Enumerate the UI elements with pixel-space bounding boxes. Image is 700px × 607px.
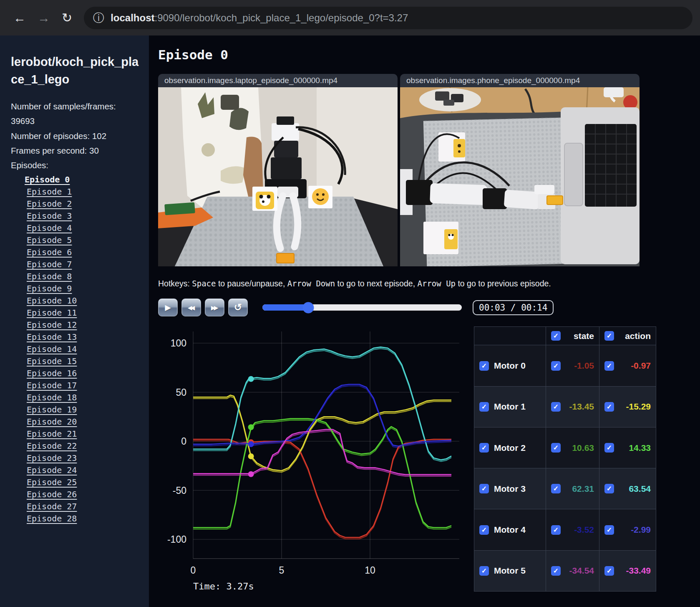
forward-icon[interactable]: → — [38, 11, 50, 25]
episode-link-27[interactable]: Episode 27 — [27, 501, 77, 511]
episode-link-6[interactable]: Episode 6 — [27, 247, 72, 257]
hotkey-text: to go to next episode, — [335, 279, 417, 288]
checkbox[interactable]: ✓ — [604, 525, 614, 535]
phone-video[interactable]: observation.images.phone_episode_000000.… — [400, 74, 640, 266]
browser-toolbar: ← → ↻ ⓘ localhost:9090/lerobot/koch_pick… — [0, 0, 700, 35]
episode-link-2[interactable]: Episode 2 — [27, 199, 72, 209]
dataset-info: Number of samples/frames: 39693Number of… — [11, 99, 141, 172]
state-value: -34.54 — [566, 566, 594, 576]
fast-forward-icon: ▶▶ — [211, 304, 219, 311]
motor-row-3: ✓Motor 3✓62.31✓63.54 — [474, 468, 656, 509]
motor-row-1: ✓Motor 1✓-13.45✓-15.29 — [474, 386, 656, 427]
motor-name: Motor 3 — [494, 484, 526, 494]
fast-forward-button[interactable]: ▶▶ — [205, 298, 224, 316]
episode-link-9[interactable]: Episode 9 — [27, 283, 72, 293]
play-button[interactable]: ▶ — [158, 298, 178, 316]
loop-button[interactable]: ↺ — [228, 298, 248, 316]
motor-row-5: ✓Motor 5✓-34.54✓-33.49 — [474, 550, 656, 591]
episode-link-17[interactable]: Episode 17 — [27, 380, 77, 390]
episode-link-25[interactable]: Episode 25 — [27, 477, 77, 487]
episode-link-23[interactable]: Episode 23 — [27, 453, 77, 463]
checkbox[interactable]: ✓ — [551, 331, 561, 341]
episode-link-20[interactable]: Episode 20 — [27, 417, 77, 427]
url-text[interactable]: localhost:9090/lerobot/koch_pick_place_1… — [111, 12, 408, 24]
episode-link-14[interactable]: Episode 14 — [27, 344, 77, 354]
checkbox[interactable]: ✓ — [479, 361, 489, 371]
checkbox[interactable]: ✓ — [551, 484, 561, 493]
checkbox[interactable]: ✓ — [604, 484, 614, 493]
loop-icon: ↺ — [234, 302, 242, 313]
checkbox[interactable]: ✓ — [551, 402, 561, 412]
rewind-button[interactable]: ◀◀ — [181, 298, 201, 316]
gripper — [534, 185, 554, 194]
reload-icon[interactable]: ↻ — [62, 10, 72, 25]
episode-link-13[interactable]: Episode 13 — [27, 332, 77, 342]
checkbox[interactable]: ✓ — [479, 566, 489, 576]
checkbox[interactable]: ✓ — [551, 566, 561, 576]
state-value: 10.63 — [566, 443, 594, 453]
state-value: -3.52 — [566, 525, 594, 535]
episode-link-18[interactable]: Episode 18 — [27, 392, 77, 402]
laptop-camera-scene — [158, 87, 398, 266]
motor-row-0: ✓Motor 0✓-1.05✓-0.97 — [474, 345, 656, 386]
checkbox[interactable]: ✓ — [604, 402, 614, 412]
episode-link-28[interactable]: Episode 28 — [27, 513, 77, 524]
episode-link-7[interactable]: Episode 7 — [27, 259, 72, 269]
trackpad — [564, 143, 583, 206]
svg-text:100: 100 — [171, 338, 186, 349]
svg-text:-100: -100 — [167, 534, 186, 545]
playback-controls: ▶ ◀◀ ▶▶ ↺ 00:03 / 00:14 — [158, 298, 700, 316]
rewind-icon: ◀◀ — [188, 304, 195, 311]
episode-link-16[interactable]: Episode 16 — [27, 368, 77, 378]
checkbox[interactable]: ✓ — [479, 402, 489, 412]
dataset-title: lerobot/koch_pick_place_1_lego — [11, 53, 141, 88]
checkbox[interactable]: ✓ — [479, 484, 489, 493]
episode-link-4[interactable]: Episode 4 — [27, 223, 72, 233]
episode-link-24[interactable]: Episode 24 — [27, 465, 77, 475]
laptop-video[interactable]: observation.images.laptop_episode_000000… — [158, 74, 398, 266]
hotkey-key: Arrow Up — [418, 279, 456, 288]
episode-link-5[interactable]: Episode 5 — [27, 235, 72, 245]
motor-chart[interactable]: 100500-50-1000510 Time: 3.27s — [158, 326, 465, 592]
episode-link-21[interactable]: Episode 21 — [27, 429, 77, 439]
svg-text:-50: -50 — [173, 485, 186, 496]
state-value: 62.31 — [566, 484, 594, 494]
svg-text:10: 10 — [365, 565, 375, 576]
address-bar[interactable]: ⓘ localhost:9090/lerobot/koch_pick_place… — [84, 7, 692, 29]
episode-link-15[interactable]: Episode 15 — [27, 356, 77, 366]
checkbox[interactable]: ✓ — [551, 361, 561, 371]
hotkey-text: Hotkeys: — [158, 279, 192, 288]
svg-text:0: 0 — [191, 565, 196, 576]
episode-link-1[interactable]: Episode 1 — [27, 187, 72, 197]
episode-link-19[interactable]: Episode 19 — [27, 405, 77, 415]
checkbox[interactable]: ✓ — [551, 525, 561, 535]
seek-slider-thumb[interactable] — [302, 302, 314, 313]
hotkey-text: to go to previous episode. — [456, 279, 551, 288]
checkbox[interactable]: ✓ — [604, 566, 614, 576]
main-content: Episode 0 observation.images.laptop_epis… — [149, 35, 700, 607]
episode-link-3[interactable]: Episode 3 — [27, 211, 72, 221]
checkbox[interactable]: ✓ — [604, 443, 614, 453]
episode-link-10[interactable]: Episode 10 — [27, 296, 77, 306]
episode-link-26[interactable]: Episode 26 — [27, 489, 77, 499]
laptop — [561, 107, 640, 264]
seek-slider[interactable] — [262, 304, 462, 311]
episode-link-11[interactable]: Episode 11 — [27, 308, 77, 318]
episode-link-22[interactable]: Episode 22 — [27, 441, 77, 451]
episode-link-0[interactable]: Episode 0 — [25, 175, 70, 185]
checkbox[interactable]: ✓ — [479, 443, 489, 453]
time-display: 00:03 / 00:14 — [473, 300, 554, 315]
site-info-icon[interactable]: ⓘ — [92, 12, 105, 24]
checkbox[interactable]: ✓ — [604, 331, 614, 341]
page-title: Episode 0 — [158, 47, 700, 62]
episode-link-8[interactable]: Episode 8 — [27, 271, 72, 281]
svg-text:50: 50 — [176, 387, 186, 398]
episode-link-12[interactable]: Episode 12 — [27, 320, 77, 330]
seek-slider-fill — [262, 304, 308, 311]
checkbox[interactable]: ✓ — [604, 361, 614, 371]
hotkey-key: Space — [192, 279, 216, 288]
checkbox[interactable]: ✓ — [479, 525, 489, 535]
motor-name: Motor 2 — [494, 443, 526, 453]
checkbox[interactable]: ✓ — [551, 443, 561, 453]
back-icon[interactable]: ← — [13, 11, 26, 25]
